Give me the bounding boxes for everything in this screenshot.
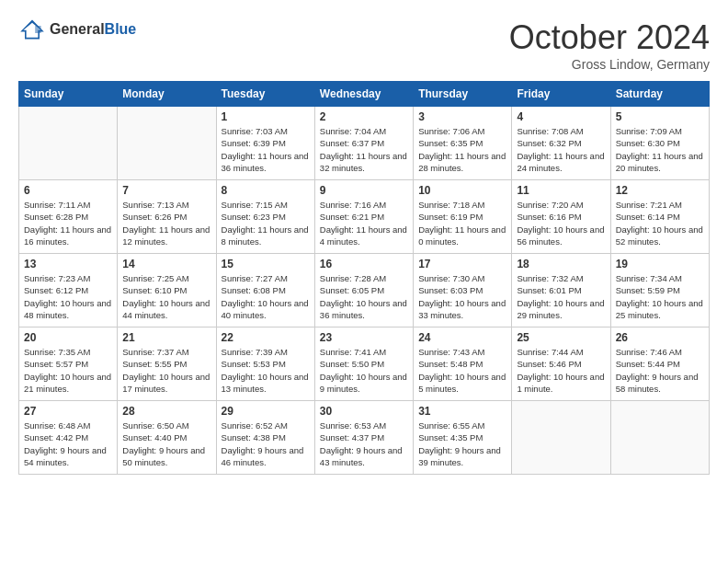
day-number: 23 <box>320 331 408 344</box>
day-number: 11 <box>517 184 605 197</box>
calendar-cell: 28Sunrise: 6:50 AM Sunset: 4:40 PM Dayli… <box>118 401 216 475</box>
weekday-header-saturday: Saturday <box>610 82 709 107</box>
day-number: 18 <box>517 258 605 270</box>
day-info: Sunrise: 7:15 AM Sunset: 6:23 PM Dayligh… <box>222 199 310 247</box>
calendar-cell: 9Sunrise: 7:16 AM Sunset: 6:21 PM Daylig… <box>314 180 413 254</box>
day-info: Sunrise: 7:09 AM Sunset: 6:30 PM Dayligh… <box>616 125 704 174</box>
day-number: 3 <box>418 110 506 123</box>
calendar-cell: 19Sunrise: 7:34 AM Sunset: 5:59 PM Dayli… <box>610 254 709 327</box>
calendar-cell: 5Sunrise: 7:09 AM Sunset: 6:30 PM Daylig… <box>610 107 709 180</box>
logo-text-blue: Blue <box>105 21 137 38</box>
day-info: Sunrise: 7:08 AM Sunset: 6:32 PM Dayligh… <box>517 125 605 174</box>
calendar-cell: 10Sunrise: 7:18 AM Sunset: 6:19 PM Dayli… <box>414 180 512 254</box>
weekday-header-monday: Monday <box>118 82 216 107</box>
day-info: Sunrise: 7:20 AM Sunset: 6:16 PM Dayligh… <box>517 199 605 247</box>
calendar-cell: 25Sunrise: 7:44 AM Sunset: 5:46 PM Dayli… <box>512 327 610 401</box>
calendar-cell: 7Sunrise: 7:13 AM Sunset: 6:26 PM Daylig… <box>118 180 216 254</box>
day-number: 30 <box>320 405 408 418</box>
calendar-cell: 16Sunrise: 7:28 AM Sunset: 6:05 PM Dayli… <box>314 254 413 327</box>
calendar-cell: 20Sunrise: 7:35 AM Sunset: 5:57 PM Dayli… <box>19 327 118 401</box>
day-number: 17 <box>418 258 506 270</box>
day-info: Sunrise: 7:30 AM Sunset: 6:03 PM Dayligh… <box>418 272 506 321</box>
day-number: 13 <box>24 258 112 270</box>
logo: GeneralBlue <box>18 18 136 40</box>
day-number: 26 <box>616 331 704 344</box>
calendar-cell: 27Sunrise: 6:48 AM Sunset: 4:42 PM Dayli… <box>19 401 118 475</box>
day-info: Sunrise: 7:27 AM Sunset: 6:08 PM Dayligh… <box>222 272 310 321</box>
location: Gross Lindow, Germany <box>509 57 710 72</box>
calendar-cell: 22Sunrise: 7:39 AM Sunset: 5:53 PM Dayli… <box>216 327 314 401</box>
day-number: 4 <box>517 110 605 123</box>
day-number: 27 <box>24 405 112 418</box>
month-title: October 2024 <box>509 18 710 57</box>
calendar-cell <box>118 107 216 180</box>
day-number: 25 <box>517 331 605 344</box>
logo-icon <box>18 18 46 40</box>
day-number: 29 <box>222 405 310 418</box>
day-number: 9 <box>320 184 408 197</box>
calendar-cell: 11Sunrise: 7:20 AM Sunset: 6:16 PM Dayli… <box>512 180 610 254</box>
weekday-header-row: SundayMondayTuesdayWednesdayThursdayFrid… <box>19 82 710 107</box>
day-info: Sunrise: 7:32 AM Sunset: 6:01 PM Dayligh… <box>517 272 605 321</box>
day-info: Sunrise: 7:13 AM Sunset: 6:26 PM Dayligh… <box>122 199 210 247</box>
day-number: 6 <box>24 184 112 197</box>
calendar-cell: 2Sunrise: 7:04 AM Sunset: 6:37 PM Daylig… <box>314 107 413 180</box>
calendar-cell: 6Sunrise: 7:11 AM Sunset: 6:28 PM Daylig… <box>19 180 118 254</box>
day-info: Sunrise: 6:48 AM Sunset: 4:42 PM Dayligh… <box>24 419 112 468</box>
calendar-cell: 23Sunrise: 7:41 AM Sunset: 5:50 PM Dayli… <box>314 327 413 401</box>
calendar-cell <box>512 401 610 475</box>
day-number: 7 <box>122 184 210 197</box>
day-number: 28 <box>122 405 210 418</box>
day-info: Sunrise: 7:35 AM Sunset: 5:57 PM Dayligh… <box>24 346 112 395</box>
day-number: 1 <box>222 110 310 123</box>
weekday-header-sunday: Sunday <box>19 82 118 107</box>
day-info: Sunrise: 7:25 AM Sunset: 6:10 PM Dayligh… <box>122 272 210 321</box>
day-number: 15 <box>222 258 310 270</box>
calendar-cell: 3Sunrise: 7:06 AM Sunset: 6:35 PM Daylig… <box>414 107 512 180</box>
calendar-cell: 1Sunrise: 7:03 AM Sunset: 6:39 PM Daylig… <box>216 107 314 180</box>
logo-text-general: General <box>50 21 105 38</box>
day-number: 2 <box>320 110 408 123</box>
week-row-1: 1Sunrise: 7:03 AM Sunset: 6:39 PM Daylig… <box>19 107 710 180</box>
calendar-cell <box>19 107 118 180</box>
calendar-cell: 31Sunrise: 6:55 AM Sunset: 4:35 PM Dayli… <box>414 401 512 475</box>
calendar-cell: 15Sunrise: 7:27 AM Sunset: 6:08 PM Dayli… <box>216 254 314 327</box>
calendar-cell: 12Sunrise: 7:21 AM Sunset: 6:14 PM Dayli… <box>610 180 709 254</box>
day-info: Sunrise: 7:39 AM Sunset: 5:53 PM Dayligh… <box>222 346 310 395</box>
title-block: October 2024 Gross Lindow, Germany <box>509 18 710 72</box>
day-info: Sunrise: 7:06 AM Sunset: 6:35 PM Dayligh… <box>418 125 506 174</box>
weekday-header-tuesday: Tuesday <box>216 82 314 107</box>
day-info: Sunrise: 7:18 AM Sunset: 6:19 PM Dayligh… <box>418 199 506 247</box>
day-info: Sunrise: 7:44 AM Sunset: 5:46 PM Dayligh… <box>517 346 605 395</box>
calendar-cell: 17Sunrise: 7:30 AM Sunset: 6:03 PM Dayli… <box>414 254 512 327</box>
day-number: 14 <box>122 258 210 270</box>
day-number: 22 <box>222 331 310 344</box>
day-info: Sunrise: 6:55 AM Sunset: 4:35 PM Dayligh… <box>418 419 506 468</box>
day-info: Sunrise: 6:53 AM Sunset: 4:37 PM Dayligh… <box>320 419 408 468</box>
day-info: Sunrise: 6:52 AM Sunset: 4:38 PM Dayligh… <box>222 419 310 468</box>
day-info: Sunrise: 7:37 AM Sunset: 5:55 PM Dayligh… <box>122 346 210 395</box>
calendar-cell: 14Sunrise: 7:25 AM Sunset: 6:10 PM Dayli… <box>118 254 216 327</box>
day-info: Sunrise: 7:23 AM Sunset: 6:12 PM Dayligh… <box>24 272 112 321</box>
calendar-cell: 30Sunrise: 6:53 AM Sunset: 4:37 PM Dayli… <box>314 401 413 475</box>
day-number: 21 <box>122 331 210 344</box>
day-number: 20 <box>24 331 112 344</box>
calendar-cell: 8Sunrise: 7:15 AM Sunset: 6:23 PM Daylig… <box>216 180 314 254</box>
week-row-5: 27Sunrise: 6:48 AM Sunset: 4:42 PM Dayli… <box>19 401 710 475</box>
day-number: 8 <box>222 184 310 197</box>
day-info: Sunrise: 7:34 AM Sunset: 5:59 PM Dayligh… <box>616 272 704 321</box>
calendar-cell: 4Sunrise: 7:08 AM Sunset: 6:32 PM Daylig… <box>512 107 610 180</box>
calendar-cell: 13Sunrise: 7:23 AM Sunset: 6:12 PM Dayli… <box>19 254 118 327</box>
calendar-cell: 18Sunrise: 7:32 AM Sunset: 6:01 PM Dayli… <box>512 254 610 327</box>
week-row-2: 6Sunrise: 7:11 AM Sunset: 6:28 PM Daylig… <box>19 180 710 254</box>
calendar-cell: 24Sunrise: 7:43 AM Sunset: 5:48 PM Dayli… <box>414 327 512 401</box>
day-number: 19 <box>616 258 704 270</box>
calendar-table: SundayMondayTuesdayWednesdayThursdayFrid… <box>18 81 710 475</box>
day-info: Sunrise: 7:43 AM Sunset: 5:48 PM Dayligh… <box>418 346 506 395</box>
day-info: Sunrise: 7:11 AM Sunset: 6:28 PM Dayligh… <box>24 199 112 247</box>
weekday-header-thursday: Thursday <box>414 82 512 107</box>
day-number: 10 <box>418 184 506 197</box>
day-info: Sunrise: 6:50 AM Sunset: 4:40 PM Dayligh… <box>122 419 210 468</box>
day-info: Sunrise: 7:46 AM Sunset: 5:44 PM Dayligh… <box>616 346 704 395</box>
day-info: Sunrise: 7:41 AM Sunset: 5:50 PM Dayligh… <box>320 346 408 395</box>
